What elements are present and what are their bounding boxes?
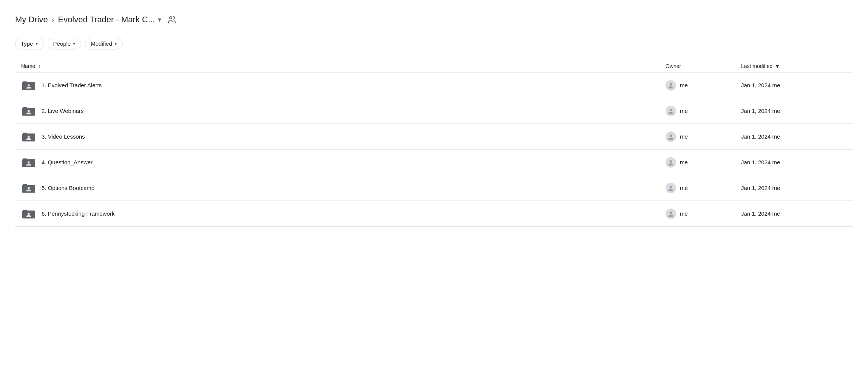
last-modified-cell: Jan 1, 2024 me [741, 210, 847, 217]
svg-point-19 [28, 187, 30, 189]
file-name-text: 3. Video Lessons [42, 133, 85, 140]
svg-point-8 [670, 109, 672, 111]
shared-folder-svg [22, 208, 35, 219]
svg-point-12 [670, 134, 672, 137]
folder-icon [21, 156, 36, 169]
file-name-cell: 2. Live Webinars [21, 104, 666, 118]
column-lastmod-header[interactable]: Last modified ▼ [741, 63, 847, 69]
avatar-icon [667, 82, 675, 89]
folder-icon [21, 207, 36, 221]
svg-point-4 [670, 83, 672, 86]
owner-name: me [680, 159, 688, 165]
modified-filter-button[interactable]: Modified ▾ [85, 38, 123, 49]
avatar-icon [667, 107, 675, 115]
owner-cell: me [666, 80, 741, 91]
table-row[interactable]: 6. Pennystocking Framework me Jan 1, 202… [15, 201, 853, 227]
people-filter-label: People [53, 40, 71, 47]
breadcrumb-separator: › [52, 15, 54, 24]
svg-point-23 [28, 213, 30, 215]
avatar-icon [667, 184, 675, 192]
owner-name: me [680, 185, 688, 191]
file-name-cell: 3. Video Lessons [21, 130, 666, 144]
share-people-icon [167, 15, 176, 24]
file-name-cell: 5. Options Bootcamp [21, 181, 666, 195]
filter-row: Type ▾ People ▾ Modified ▾ [15, 38, 853, 49]
svg-point-11 [28, 136, 30, 138]
shared-folder-svg [22, 182, 35, 194]
owner-name: me [680, 133, 688, 140]
svg-point-3 [28, 84, 30, 86]
modified-filter-label: Modified [91, 40, 112, 47]
svg-point-16 [670, 160, 672, 163]
svg-point-7 [28, 110, 30, 112]
file-name-text: 4. Question_Answer [42, 159, 93, 165]
svg-point-24 [670, 211, 672, 214]
file-name-cell: 4. Question_Answer [21, 156, 666, 169]
shared-folder-svg [22, 131, 35, 142]
breadcrumb-mydrive[interactable]: My Drive [15, 15, 48, 25]
current-folder-name: Evolved Trader - Mark C... [58, 15, 155, 25]
owner-cell: me [666, 131, 741, 142]
avatar-icon [667, 133, 675, 140]
shared-folder-svg [22, 105, 35, 117]
svg-point-20 [670, 186, 672, 188]
file-name-cell: 1. Evolved Trader Alerts [21, 79, 666, 92]
avatar [666, 131, 676, 142]
owner-name: me [680, 210, 688, 217]
avatar-icon [667, 210, 675, 218]
svg-point-0 [170, 17, 172, 19]
owner-cell: me [666, 157, 741, 168]
folder-icon [21, 104, 36, 118]
column-name-header[interactable]: Name ↑ [21, 63, 666, 69]
owner-cell: me [666, 106, 741, 116]
type-filter-button[interactable]: Type ▾ [15, 38, 44, 49]
file-list: 1. Evolved Trader Alerts me Jan 1, 2024 … [15, 73, 853, 227]
last-modified-cell: Jan 1, 2024 me [741, 133, 847, 140]
owner-name: me [680, 82, 688, 88]
people-filter-button[interactable]: People ▾ [48, 38, 82, 49]
breadcrumb-current-folder: Evolved Trader - Mark C... ▾ [58, 15, 161, 25]
owner-column-label: Owner [666, 63, 681, 69]
folder-icon [21, 79, 36, 92]
file-name-text: 5. Options Bootcamp [42, 185, 94, 191]
type-filter-label: Type [21, 40, 33, 47]
modified-filter-chevron: ▾ [114, 41, 117, 46]
last-modified-cell: Jan 1, 2024 me [741, 185, 847, 191]
name-sort-icon: ↑ [38, 63, 41, 69]
folder-icon [21, 181, 36, 195]
last-modified-cell: Jan 1, 2024 me [741, 108, 847, 114]
file-name-text: 1. Evolved Trader Alerts [42, 82, 102, 88]
owner-cell: me [666, 208, 741, 219]
shared-folder-svg [22, 157, 35, 168]
table-row[interactable]: 2. Live Webinars me Jan 1, 2024 me [15, 98, 853, 124]
folder-icon [21, 130, 36, 144]
breadcrumb: My Drive › Evolved Trader - Mark C... ▾ [15, 12, 853, 27]
avatar [666, 183, 676, 193]
owner-cell: me [666, 183, 741, 193]
file-name-text: 2. Live Webinars [42, 108, 83, 114]
avatar [666, 80, 676, 91]
share-people-button[interactable] [164, 12, 179, 27]
table-header: Name ↑ Owner Last modified ▼ [15, 60, 853, 73]
name-column-label: Name [21, 63, 35, 69]
last-modified-cell: Jan 1, 2024 me [741, 159, 847, 165]
people-filter-chevron: ▾ [73, 41, 76, 46]
lastmod-sort-icon: ▼ [775, 63, 780, 69]
avatar [666, 157, 676, 168]
owner-name: me [680, 108, 688, 114]
table-row[interactable]: 5. Options Bootcamp me Jan 1, 2024 me [15, 175, 853, 201]
folder-dropdown-chevron[interactable]: ▾ [158, 15, 161, 24]
lastmod-column-label: Last modified [741, 63, 772, 69]
type-filter-chevron: ▾ [36, 41, 38, 46]
table-row[interactable]: 4. Question_Answer me Jan 1, 2024 me [15, 150, 853, 175]
svg-point-15 [28, 161, 30, 164]
table-row[interactable]: 3. Video Lessons me Jan 1, 2024 me [15, 124, 853, 150]
table-row[interactable]: 1. Evolved Trader Alerts me Jan 1, 2024 … [15, 73, 853, 98]
column-owner-header: Owner [666, 63, 741, 69]
file-name-text: 6. Pennystocking Framework [42, 210, 114, 217]
avatar [666, 208, 676, 219]
shared-folder-svg [22, 80, 35, 91]
file-name-cell: 6. Pennystocking Framework [21, 207, 666, 221]
last-modified-cell: Jan 1, 2024 me [741, 82, 847, 88]
avatar [666, 106, 676, 116]
